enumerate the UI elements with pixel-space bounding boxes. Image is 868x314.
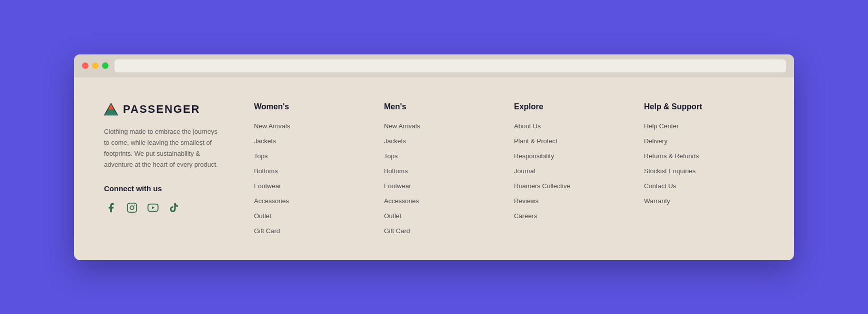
svg-point-4 (130, 206, 134, 209)
instagram-icon[interactable] (125, 201, 139, 215)
link-careers[interactable]: Careers (514, 212, 537, 220)
list-item: Stockist Enquiries (644, 166, 754, 175)
svg-marker-6 (152, 206, 154, 209)
nav-links-mens: New ArrivalsJacketsTopsBottomsFootwearAc… (384, 121, 494, 235)
svg-point-5 (134, 205, 135, 206)
nav-col-title-explore: Explore (514, 102, 624, 111)
nav-col-help: Help & SupportHelp CenterDeliveryReturns… (634, 102, 764, 235)
nav-columns: Women'sNew ArrivalsJacketsTopsBottomsFoo… (244, 102, 764, 235)
link-reviews[interactable]: Reviews (514, 197, 538, 205)
list-item: Responsibility (514, 151, 624, 160)
nav-col-mens: Men'sNew ArrivalsJacketsTopsBottomsFootw… (374, 102, 504, 235)
list-item: Outlet (254, 211, 364, 220)
address-bar[interactable] (114, 59, 786, 72)
link-bottoms[interactable]: Bottoms (254, 167, 278, 175)
list-item: Reviews (514, 196, 624, 205)
list-item: Accessories (384, 196, 494, 205)
link-returns-and-refunds[interactable]: Returns & Refunds (644, 152, 699, 160)
nav-col-title-help: Help & Support (644, 102, 754, 111)
list-item: Footwear (254, 181, 364, 190)
list-item: Gift Card (384, 226, 494, 235)
close-button[interactable] (82, 62, 88, 69)
list-item: Outlet (384, 211, 494, 220)
list-item: Footwear (384, 181, 494, 190)
link-warranty[interactable]: Warranty (644, 197, 670, 205)
list-item: New Arrivals (254, 121, 364, 130)
logo-icon (104, 102, 118, 116)
link-roamers-collective[interactable]: Roamers Collective (514, 182, 570, 190)
nav-col-title-womens: Women's (254, 102, 364, 111)
link-journal[interactable]: Journal (514, 167, 536, 175)
list-item: Plant & Protect (514, 136, 624, 145)
list-item: Delivery (644, 136, 754, 145)
list-item: Careers (514, 211, 624, 220)
tiktok-icon[interactable] (167, 201, 181, 215)
list-item: Roamers Collective (514, 181, 624, 190)
connect-title: Connect with us (104, 184, 224, 193)
list-item: Contact Us (644, 181, 754, 190)
link-plant-and-protect[interactable]: Plant & Protect (514, 137, 558, 145)
traffic-lights (82, 62, 108, 69)
nav-links-explore: About UsPlant & ProtectResponsibilityJou… (514, 121, 624, 220)
list-item: Journal (514, 166, 624, 175)
link-jackets[interactable]: Jackets (384, 137, 406, 145)
link-jackets[interactable]: Jackets (254, 137, 276, 145)
svg-rect-3 (128, 203, 136, 212)
list-item: Bottoms (384, 166, 494, 175)
list-item: Jackets (254, 136, 364, 145)
link-tops[interactable]: Tops (254, 152, 268, 160)
link-gift-card[interactable]: Gift Card (384, 227, 410, 235)
brand-column: PASSENGER Clothing made to embrace the j… (104, 102, 244, 235)
link-new-arrivals[interactable]: New Arrivals (254, 122, 290, 130)
link-stockist-enquiries[interactable]: Stockist Enquiries (644, 167, 696, 175)
list-item: New Arrivals (384, 121, 494, 130)
browser-window: PASSENGER Clothing made to embrace the j… (74, 54, 794, 260)
youtube-icon[interactable] (146, 201, 160, 215)
list-item: Bottoms (254, 166, 364, 175)
link-new-arrivals[interactable]: New Arrivals (384, 122, 420, 130)
nav-links-womens: New ArrivalsJacketsTopsBottomsFootwearAc… (254, 121, 364, 235)
nav-links-help: Help CenterDeliveryReturns & RefundsStoc… (644, 121, 754, 205)
link-tops[interactable]: Tops (384, 152, 398, 160)
brand-description: Clothing made to embrace the journeys to… (104, 126, 224, 170)
list-item: Accessories (254, 196, 364, 205)
nav-col-womens: Women'sNew ArrivalsJacketsTopsBottomsFoo… (244, 102, 374, 235)
link-outlet[interactable]: Outlet (254, 212, 272, 220)
link-footwear[interactable]: Footwear (384, 182, 411, 190)
list-item: Gift Card (254, 226, 364, 235)
list-item: Returns & Refunds (644, 151, 754, 160)
link-bottoms[interactable]: Bottoms (384, 167, 408, 175)
link-accessories[interactable]: Accessories (384, 197, 419, 205)
list-item: Jackets (384, 136, 494, 145)
logo-text: PASSENGER (123, 103, 200, 116)
nav-col-explore: ExploreAbout UsPlant & ProtectResponsibi… (504, 102, 634, 235)
list-item: Warranty (644, 196, 754, 205)
link-help-center[interactable]: Help Center (644, 122, 678, 130)
link-accessories[interactable]: Accessories (254, 197, 289, 205)
logo: PASSENGER (104, 102, 224, 116)
maximize-button[interactable] (102, 62, 108, 69)
list-item: Tops (384, 151, 494, 160)
browser-chrome (74, 54, 794, 77)
facebook-icon[interactable] (104, 201, 118, 215)
link-outlet[interactable]: Outlet (384, 212, 402, 220)
link-footwear[interactable]: Footwear (254, 182, 281, 190)
link-contact-us[interactable]: Contact Us (644, 182, 676, 190)
link-responsibility[interactable]: Responsibility (514, 152, 554, 160)
list-item: Help Center (644, 121, 754, 130)
footer: PASSENGER Clothing made to embrace the j… (74, 77, 794, 260)
svg-marker-2 (104, 109, 117, 115)
link-about-us[interactable]: About Us (514, 122, 540, 130)
nav-col-title-mens: Men's (384, 102, 494, 111)
link-gift-card[interactable]: Gift Card (254, 227, 280, 235)
social-icons (104, 201, 224, 215)
minimize-button[interactable] (92, 62, 98, 69)
list-item: Tops (254, 151, 364, 160)
list-item: About Us (514, 121, 624, 130)
link-delivery[interactable]: Delivery (644, 137, 668, 145)
